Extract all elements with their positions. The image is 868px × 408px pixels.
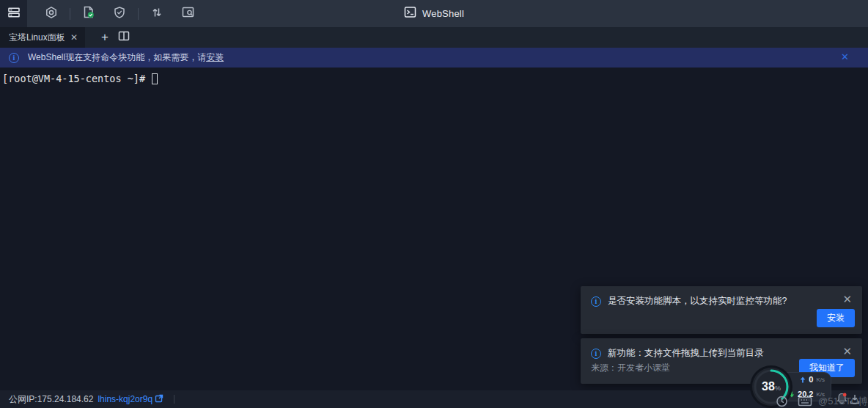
upload-arrow-icon — [800, 373, 806, 386]
terminal-cursor — [152, 73, 158, 84]
terminal-prompt: [root@VM-4-15-centos ~]# — [2, 73, 151, 84]
info-icon: i — [9, 53, 19, 63]
webshell-window: WebShell 宝塔Linux面板-sSj2 ✕ + i WebShell现在… — [0, 0, 868, 408]
status-separator — [174, 395, 174, 404]
toast-message: 是否安装功能脚本，以支持实时监控等功能? — [608, 295, 787, 307]
toast-source: 来源：开发者小课堂 — [591, 362, 670, 374]
security-shield-icon — [113, 6, 126, 22]
tab-close-icon[interactable]: ✕ — [70, 33, 78, 42]
settings-gear-icon — [45, 6, 58, 22]
instance-link[interactable]: lhins-kqj2or9q — [98, 394, 163, 405]
split-view-button[interactable] — [114, 27, 133, 48]
sort-arrows-icon — [150, 6, 163, 22]
window-search-button[interactable] — [177, 3, 199, 25]
split-view-icon — [118, 30, 130, 45]
download-icon — [849, 393, 861, 408]
notice-close-icon[interactable]: ✕ — [841, 52, 849, 62]
toolbar-separator — [138, 8, 139, 20]
public-ip-label: 公网IP:175.24.184.62 — [9, 393, 93, 406]
external-link-icon — [155, 394, 163, 405]
add-tab-button[interactable]: + — [95, 27, 114, 48]
top-toolbar: WebShell — [0, 0, 868, 27]
toast-install-script: i 是否安装功能脚本，以支持实时监控等功能? ✕ 安装 — [581, 286, 862, 334]
sort-button[interactable] — [146, 3, 168, 25]
toast-header: i 是否安装功能脚本，以支持实时监控等功能? — [581, 286, 862, 307]
toolbar-separator — [70, 8, 70, 20]
close-icon[interactable]: ✕ — [842, 294, 852, 305]
file-check-button[interactable] — [78, 3, 100, 25]
toolbar-icon-group — [0, 0, 203, 27]
install-button[interactable]: 安装 — [817, 309, 855, 327]
corner-icon-row — [776, 395, 812, 408]
window-title: WebShell — [422, 8, 464, 19]
history-icon[interactable] — [776, 395, 788, 408]
tab-label: 宝塔Linux面板-sSj2 — [9, 32, 65, 44]
file-check-icon — [81, 5, 96, 23]
toast-header: i 新功能：支持文件拖拽上传到当前目录 — [581, 338, 862, 360]
upload-speed-row: 0K/s — [791, 373, 825, 386]
server-list-button[interactable] — [0, 0, 27, 27]
notice-text: WebShell现在支持命令块功能，如果需要，请安装 — [28, 51, 224, 64]
notice-bar: i WebShell现在支持命令块功能，如果需要，请安装 ✕ — [0, 48, 868, 68]
terminal-icon — [404, 6, 416, 21]
cpu-percent-label: 38% — [762, 380, 781, 393]
server-list-icon — [7, 6, 21, 22]
upload-unit: K/s — [816, 376, 825, 383]
toast-message: 新功能：支持文件拖拽上传到当前目录 — [608, 347, 764, 360]
status-bar: 公网IP:175.24.184.62 lhins-kqj2or9q — [0, 390, 868, 408]
close-icon[interactable]: ✕ — [842, 346, 852, 357]
window-search-icon — [181, 5, 195, 22]
tab-bar: 宝塔Linux面板-sSj2 ✕ + — [0, 27, 868, 48]
install-link[interactable]: 安装 — [206, 52, 224, 62]
upload-value: 0 — [809, 375, 813, 384]
keyboard-icon[interactable] — [798, 395, 812, 408]
security-button[interactable] — [108, 3, 130, 25]
tab-baota-panel[interactable]: 宝塔Linux面板-sSj2 ✕ — [0, 27, 85, 48]
bell-icon — [836, 392, 848, 408]
info-icon: i — [591, 349, 601, 359]
info-icon: i — [591, 296, 601, 307]
terminal-prompt-line: [root@VM-4-15-centos ~]# — [2, 73, 158, 84]
settings-button[interactable] — [40, 3, 62, 25]
